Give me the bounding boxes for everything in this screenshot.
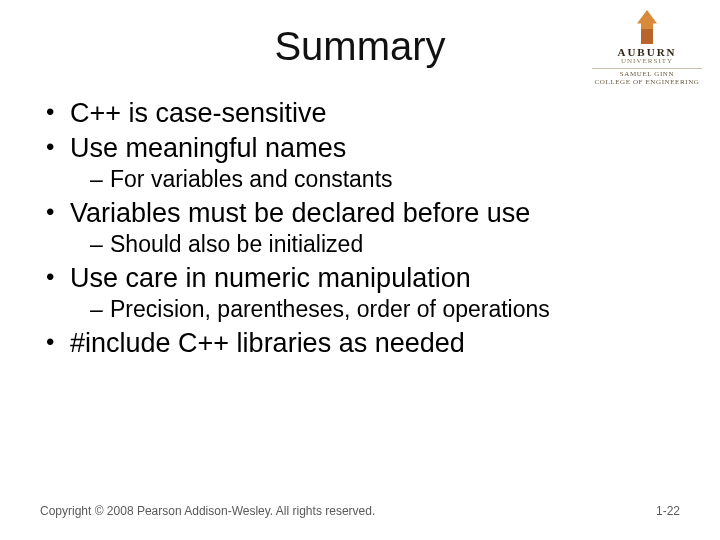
bullet-text: C++ is case-sensitive: [70, 98, 327, 128]
sub-bullet-item: Should also be initialized: [90, 230, 680, 258]
logo-college-line2: COLLEGE OF ENGINEERING: [592, 79, 702, 87]
sub-bullet-list: For variables and constants: [70, 165, 680, 193]
tower-icon: [637, 10, 657, 44]
sub-bullet-item: Precision, parentheses, order of operati…: [90, 295, 680, 323]
logo-divider: [592, 68, 702, 69]
slide: AUBURN UNIVERSITY SAMUEL GINN COLLEGE OF…: [0, 0, 720, 540]
auburn-logo: AUBURN UNIVERSITY SAMUEL GINN COLLEGE OF…: [592, 10, 702, 86]
logo-tagline: UNIVERSITY: [592, 57, 702, 65]
copyright-text: Copyright © 2008 Pearson Addison-Wesley.…: [40, 504, 375, 518]
bullet-text: Variables must be declared before use: [70, 198, 530, 228]
bullet-text: #include C++ libraries as needed: [70, 328, 465, 358]
page-number: 1-22: [656, 504, 680, 518]
bullet-item: Variables must be declared before use Sh…: [44, 197, 680, 258]
sub-bullet-list: Precision, parentheses, order of operati…: [70, 295, 680, 323]
bullet-item: C++ is case-sensitive: [44, 97, 680, 130]
footer: Copyright © 2008 Pearson Addison-Wesley.…: [40, 504, 680, 518]
bullet-item: Use meaningful names For variables and c…: [44, 132, 680, 193]
bullet-item: #include C++ libraries as needed: [44, 327, 680, 360]
sub-bullet-text: Should also be initialized: [110, 231, 363, 257]
sub-bullet-text: For variables and constants: [110, 166, 393, 192]
bullet-list: C++ is case-sensitive Use meaningful nam…: [40, 97, 680, 360]
sub-bullet-text: Precision, parentheses, order of operati…: [110, 296, 550, 322]
bullet-text: Use meaningful names: [70, 133, 346, 163]
sub-bullet-item: For variables and constants: [90, 165, 680, 193]
sub-bullet-list: Should also be initialized: [70, 230, 680, 258]
bullet-item: Use care in numeric manipulation Precisi…: [44, 262, 680, 323]
bullet-text: Use care in numeric manipulation: [70, 263, 471, 293]
slide-title: Summary: [40, 24, 680, 69]
